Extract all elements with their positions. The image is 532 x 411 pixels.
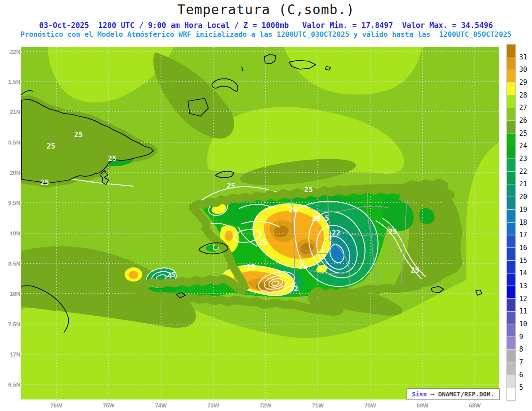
colorbar-segment [507, 324, 516, 337]
x-axis-tick-label: 69W [417, 402, 429, 409]
y-axis-tick-label: 20N [10, 169, 20, 176]
y-axis-tick-label: 6.5N [8, 381, 20, 388]
contour-value-label: 25 [388, 227, 397, 236]
colorbar-tick-label: 7 [519, 358, 523, 366]
colorbar-tick-label: 6 [519, 371, 523, 379]
logo-separator: – [427, 391, 438, 398]
y-axis-tick-label: 18N [10, 290, 20, 297]
y-axis-tick-label: 22N [10, 48, 20, 55]
colorbar-segment [507, 273, 516, 286]
y-axis-tick-label: 19N [10, 230, 20, 237]
colorbar-segment [507, 261, 516, 274]
colorbar-tick-label: 13 [519, 282, 527, 290]
colorbar-tick-label: 22 [519, 168, 527, 176]
logo-sis: Sis [412, 391, 423, 398]
contour-value-label: 25 [167, 270, 175, 279]
colorbar-segment [507, 121, 516, 133]
contour-value-label: 22 [332, 229, 340, 237]
map-canvas: 2525252525252523.52225252525222525 22N1.… [0, 0, 532, 411]
contour-value-label: 25 [74, 130, 82, 139]
colorbar-segment [507, 299, 516, 312]
y-axis-tick-label: 21N [10, 109, 20, 115]
colorbar-segment [507, 210, 516, 223]
contour-value-label: 25 [47, 142, 55, 150]
colorbar-segment [507, 362, 516, 375]
contour-value-label: 25 [227, 182, 235, 190]
colorbar-tick-label: 28 [519, 91, 527, 99]
colorbar-segment [507, 44, 516, 57]
colorbar-segment [507, 286, 516, 299]
x-axis-tick-label: 68W [469, 402, 481, 409]
onamet-logo: Sisπ – ONAMET/REP.DOM. [407, 388, 500, 400]
colorbar-segment [507, 82, 516, 95]
colorbar-segment [507, 159, 516, 172]
contour-value-label: 25 [304, 185, 313, 194]
y-axis-tick-label: 7.5N [8, 321, 20, 328]
colorbar-segment [507, 349, 516, 362]
contour-value-label: 25 [411, 266, 419, 274]
x-axis-tick-label: 71W [312, 402, 324, 409]
logo-org: ONAMET/REP.DOM. [438, 391, 494, 398]
logo-pi-icon: π [423, 391, 427, 398]
colorbar-tick-label: 9 [519, 333, 523, 341]
colorbar-tick-label: 15 [519, 257, 527, 265]
colorbar-tick-label: 8 [519, 345, 523, 353]
colorbar-segment [507, 133, 516, 146]
colorbar-tick-label: 27 [519, 104, 527, 112]
colorbar-legend: 3130292827262524232221201918171615141312… [507, 44, 527, 400]
colorbar-segment [507, 337, 516, 350]
colorbar-segment [507, 248, 516, 261]
contour-value-label: 25 [298, 262, 307, 270]
colorbar-tick-label: 19 [519, 206, 527, 214]
y-axis-tick-label: 8.5N [8, 260, 20, 267]
colorbar-tick-label: 12 [519, 295, 527, 303]
contour-value-label: 22 [289, 285, 298, 293]
contour-value-label: 25 [246, 263, 255, 271]
colorbar-tick-label: 14 [519, 269, 527, 277]
y-axis-tick-label: 0.5N [8, 139, 20, 146]
weather-map-screenshot: Temperatura (C,somb.) 03-Oct-2025 1200 U… [0, 0, 532, 411]
colorbar-segment [507, 108, 516, 121]
contour-value-label: 25 [258, 238, 267, 247]
map-plot: 2525252525252523.52225252525222525 [21, 47, 499, 399]
colorbar-segment [507, 95, 516, 108]
colorbar-segment [507, 70, 516, 82]
x-axis-tick-label: 75W [103, 402, 115, 409]
colorbar-tick-label: 29 [519, 78, 527, 86]
colorbar-segment [507, 311, 516, 324]
contour-value-label: 23.5 [312, 214, 329, 223]
y-axis-tick-label: 17N [10, 351, 20, 358]
colorbar-tick-label: 18 [519, 219, 527, 227]
colorbar-tick-label: 23 [519, 155, 527, 163]
colorbar-tick-label: 17 [519, 231, 527, 239]
colorbar-segment [507, 184, 516, 197]
y-axis-tick-label: 1.5N [8, 78, 20, 85]
colorbar-segment [507, 223, 516, 235]
colorbar-segment [507, 197, 516, 210]
colorbar-tick-label: 31 [519, 53, 527, 61]
colorbar-segment [507, 375, 516, 388]
colorbar-tick-label: 16 [519, 244, 527, 252]
colorbar-segment [507, 172, 516, 184]
contour-value-label: 25 [40, 178, 49, 187]
colorbar-tick-label: 30 [519, 66, 527, 74]
x-axis-tick-label: 70W [364, 402, 376, 409]
contour-value-label: 25 [108, 154, 116, 163]
colorbar-segment [507, 57, 516, 70]
y-axis-tick-label: 9.5N [8, 200, 20, 206]
colorbar-segment [507, 146, 516, 159]
x-axis-tick-label: 76W [51, 402, 63, 409]
colorbar-tick-label: 11 [519, 307, 527, 315]
colorbar-segment [507, 235, 516, 248]
colorbar-tick-label: 20 [519, 193, 527, 201]
x-axis: 76W75W74W73W72W71W70W69W68W [51, 399, 481, 409]
y-axis: 22N1.5N21N0.5N20N9.5N19N8.5N18N7.5N17N6.… [8, 48, 20, 388]
x-axis-tick-label: 73W [207, 402, 219, 409]
contour-value-label: 25 [289, 206, 297, 214]
colorbar-tick-label: 24 [519, 142, 527, 150]
colorbar-tick-label: 21 [519, 180, 527, 188]
colorbar-tick-label: 25 [519, 129, 527, 137]
x-axis-tick-label: 72W [260, 402, 272, 409]
colorbar-tick-label: 5 [519, 384, 523, 391]
x-axis-tick-label: 74W [155, 402, 167, 409]
